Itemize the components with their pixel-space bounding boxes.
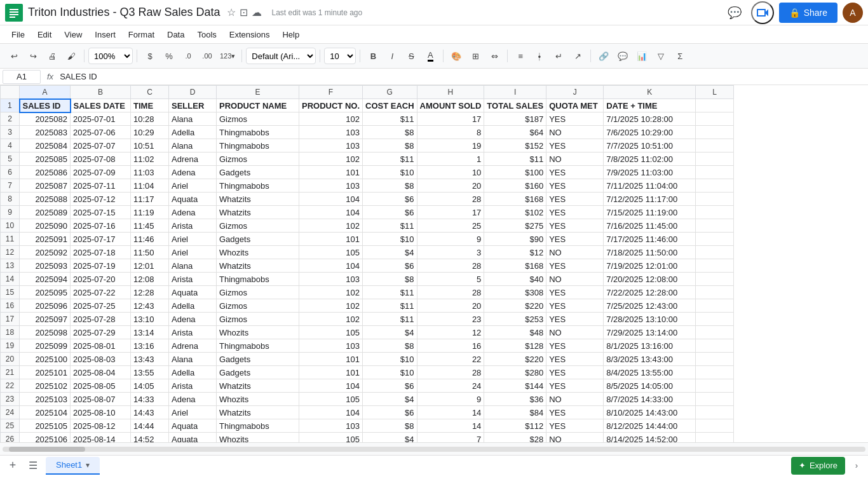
cell-22-11[interactable]: 8/5/2025 14:05:00 [604,379,696,393]
menu-file[interactable]: File [5,29,31,41]
cell-10-10[interactable]: YES [546,219,604,233]
cell-22-10[interactable]: YES [546,379,604,393]
share-button[interactable]: 🔒 Share [779,3,837,23]
cell-7-6[interactable]: 103 [299,179,363,193]
col-header-i[interactable]: I [484,86,546,99]
menu-edit[interactable]: Edit [31,29,58,41]
cell-10-5[interactable]: Gizmos [217,219,299,233]
cell-21-11[interactable]: 8/4/2025 13:55:00 [604,366,696,379]
row-header-19[interactable]: 19 [1,339,20,353]
folder-icon[interactable]: ⊡ [240,6,248,18]
cell-26-1[interactable]: 2025106 [20,433,71,443]
dec-dec-button[interactable]: .00 [198,47,216,65]
cell-16-7[interactable]: $11 [363,299,417,313]
cell-20-5[interactable]: Gadgets [217,353,299,366]
cell-20-9[interactable]: $220 [484,353,546,366]
cell-4-12[interactable] [696,139,734,152]
cell-3-10[interactable]: NO [546,126,604,139]
cell-9-3[interactable]: 11:19 [131,206,169,219]
cell-2-8[interactable]: 17 [417,112,484,126]
cell-14-1[interactable]: 2025094 [20,273,71,286]
cell-26-9[interactable]: $28 [484,433,546,443]
cell-9-10[interactable]: YES [546,206,604,219]
sheets-menu-button[interactable]: ☰ [25,458,41,473]
cell-6-5[interactable]: Gadgets [217,166,299,179]
cell-18-1[interactable]: 2025098 [20,326,71,339]
cell-15-2[interactable]: 2025-07-22 [71,286,131,299]
cell-13-11[interactable]: 7/19/2025 12:01:00 [604,259,696,273]
cell-16-12[interactable] [696,299,734,313]
cell-26-7[interactable]: $4 [363,433,417,443]
cell-3-12[interactable] [696,126,734,139]
cell-f1[interactable]: PRODUCT NO. [299,99,363,112]
cell-7-3[interactable]: 11:04 [131,179,169,193]
cell-i1[interactable]: TOTAL SALES [484,99,546,112]
cell-2-7[interactable]: $11 [363,112,417,126]
cell-5-8[interactable]: 1 [417,152,484,166]
cell-7-8[interactable]: 20 [417,179,484,193]
cell-7-7[interactable]: $8 [363,179,417,193]
cell-23-9[interactable]: $36 [484,393,546,406]
cell-8-1[interactable]: 2025088 [20,193,71,206]
cell-13-9[interactable]: $168 [484,259,546,273]
cell-11-8[interactable]: 9 [417,233,484,246]
cell-19-7[interactable]: $8 [363,339,417,353]
cell-6-11[interactable]: 7/9/2025 11:03:00 [604,166,696,179]
cell-15-1[interactable]: 2025095 [20,286,71,299]
formula-input[interactable] [60,70,865,84]
cell-2-2[interactable]: 2025-07-01 [71,112,131,126]
row-header-14[interactable]: 14 [1,273,20,286]
cell-21-7[interactable]: $10 [363,366,417,379]
row-header-1[interactable]: 1 [1,99,20,112]
cell-4-2[interactable]: 2025-07-07 [71,139,131,152]
cell-a1[interactable]: SALES ID [20,99,71,112]
cell-14-7[interactable]: $8 [363,273,417,286]
cell-17-5[interactable]: Gizmos [217,313,299,326]
menu-help[interactable]: Help [276,29,306,41]
cell-8-8[interactable]: 28 [417,193,484,206]
cell-6-1[interactable]: 2025086 [20,166,71,179]
cell-25-8[interactable]: 14 [417,419,484,433]
cell-14-9[interactable]: $40 [484,273,546,286]
cell-17-4[interactable]: Adena [169,313,217,326]
cell-9-7[interactable]: $6 [363,206,417,219]
cell-22-12[interactable] [696,379,734,393]
cell-25-10[interactable]: YES [546,419,604,433]
col-header-c[interactable]: C [131,86,169,99]
menu-format[interactable]: Format [122,29,161,41]
cell-7-9[interactable]: $160 [484,179,546,193]
cell-7-10[interactable]: YES [546,179,604,193]
cell-22-8[interactable]: 24 [417,379,484,393]
avatar[interactable]: A [843,3,863,23]
cell-e1[interactable]: PRODUCT NAME [217,99,299,112]
cell-4-10[interactable]: YES [546,139,604,152]
cell-20-8[interactable]: 22 [417,353,484,366]
cell-10-2[interactable]: 2025-07-16 [71,219,131,233]
cell-c1[interactable]: TIME [131,99,169,112]
cell-19-10[interactable]: YES [546,339,604,353]
cell-13-8[interactable]: 28 [417,259,484,273]
cell-26-3[interactable]: 14:52 [131,433,169,443]
cell-4-7[interactable]: $8 [363,139,417,152]
cell-d1[interactable]: SELLER [169,99,217,112]
percent-button[interactable]: % [160,47,178,65]
cell-17-10[interactable]: YES [546,313,604,326]
cell-25-12[interactable] [696,419,734,433]
cell-14-5[interactable]: Thingmabobs [217,273,299,286]
cell-18-11[interactable]: 7/29/2025 13:14:00 [604,326,696,339]
cell-17-2[interactable]: 2025-07-28 [71,313,131,326]
cell-17-6[interactable]: 102 [299,313,363,326]
hscroll-thumb[interactable] [9,447,85,452]
cell-15-9[interactable]: $308 [484,286,546,299]
fill-color-button[interactable]: 🎨 [447,47,465,65]
cell-8-4[interactable]: Aquata [169,193,217,206]
col-header-d[interactable]: D [169,86,217,99]
cell-16-9[interactable]: $220 [484,299,546,313]
cell-16-5[interactable]: Gizmos [217,299,299,313]
cell-25-3[interactable]: 14:44 [131,419,169,433]
italic-button[interactable]: I [383,47,401,65]
cell-26-5[interactable]: Whozits [217,433,299,443]
cell-3-6[interactable]: 103 [299,126,363,139]
cell-16-6[interactable]: 102 [299,299,363,313]
cell-17-7[interactable]: $11 [363,313,417,326]
